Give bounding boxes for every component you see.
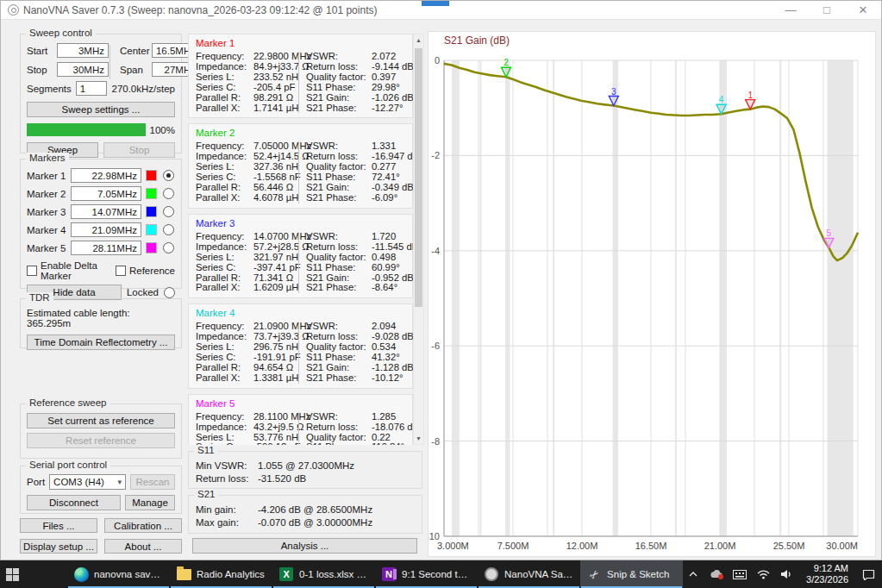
- marker-color-swatch[interactable]: [146, 242, 157, 253]
- tray-chevron-up-icon[interactable]: [683, 560, 704, 588]
- scroll-down-icon[interactable]: ▼: [414, 433, 423, 444]
- app-window: NanoVNA Saver 0.7.3 (Sweep: nanovna_2026…: [0, 0, 882, 560]
- reference-checkbox[interactable]: [116, 266, 126, 276]
- tdr-button[interactable]: Time Domain Reflectometry ...: [27, 335, 175, 350]
- marker-select-radio[interactable]: [163, 206, 174, 217]
- scroll-up-icon[interactable]: ▲: [414, 34, 423, 46]
- about-button[interactable]: About ...: [104, 539, 182, 554]
- marker-select-radio[interactable]: [163, 188, 174, 199]
- marker-field: Parallel R:98.291 Ω: [196, 93, 295, 103]
- files-button[interactable]: Files ...: [20, 518, 97, 533]
- disconnect-button[interactable]: Disconnect: [27, 495, 121, 510]
- marker-frequency-input[interactable]: 21.09MHz: [71, 222, 141, 237]
- marker-field: S21 Phase:-10.12°: [306, 373, 409, 384]
- svg-text:25.50M: 25.50M: [773, 541, 805, 551]
- taskbar-item-folder[interactable]: Radio Analytics: [170, 560, 272, 588]
- locked-radio[interactable]: [164, 287, 175, 298]
- manage-button[interactable]: Manage: [125, 495, 175, 510]
- scrollbar[interactable]: ▲ ▼: [413, 34, 424, 445]
- stop-button[interactable]: Stop: [103, 142, 175, 158]
- set-reference-button[interactable]: Set current as reference: [27, 413, 175, 428]
- scrollbar-thumb[interactable]: [415, 48, 422, 307]
- nanovna-app-icon: [485, 567, 498, 581]
- step-size-text: 270.0kHz/step: [111, 84, 175, 94]
- onedrive-cloud-icon[interactable]: [706, 560, 727, 588]
- marker-frequency-input[interactable]: 22.98MHz: [71, 168, 141, 183]
- marker-label: Marker 2: [27, 189, 66, 199]
- close-icon[interactable]: ✕: [845, 1, 881, 19]
- s21-chart-svg: 0-2-4-6-8-103.000M7.500M12.00M16.50M21.0…: [428, 32, 875, 556]
- marker-color-swatch[interactable]: [146, 188, 157, 199]
- marker-select-radio[interactable]: [163, 242, 174, 253]
- marker-select-radio[interactable]: [163, 170, 174, 181]
- marker-field: Quality factor:0.498: [306, 253, 409, 263]
- delta-marker-checkbox[interactable]: [27, 266, 37, 276]
- svg-text:2: 2: [504, 58, 509, 67]
- markers-title: Markers: [26, 153, 69, 163]
- marker-field: Parallel X:1.6209 µH: [196, 283, 295, 293]
- band-region: [720, 60, 727, 536]
- stop-label: Stop: [27, 65, 53, 75]
- svg-text:4: 4: [719, 95, 724, 104]
- clock-time: 9:12 AM: [806, 563, 848, 574]
- marker-frequency-input[interactable]: 14.07MHz: [71, 204, 141, 219]
- marker-field: S21 Phase:-12.27°: [306, 103, 409, 114]
- serial-port-group: Serial port control Port COM3 (H4) ▾ Res…: [20, 466, 182, 514]
- stop-input[interactable]: 30MHz: [57, 62, 109, 77]
- marker-row: Marker 421.09MHz: [27, 222, 175, 237]
- touch-keyboard-icon[interactable]: [729, 560, 750, 588]
- marker-color-swatch[interactable]: [146, 206, 157, 217]
- marker-color-swatch[interactable]: [146, 224, 157, 235]
- taskbar-item-edge[interactable]: nanovna saver can ...: [67, 560, 170, 588]
- marker-box-title: Marker 2: [189, 127, 412, 141]
- start-input[interactable]: 3MHz: [57, 43, 109, 58]
- taskbar-item-excel[interactable]: X0-1 loss.xlsx - Excel: [272, 560, 375, 588]
- marker-field: Series L:321.97 nH: [196, 253, 295, 263]
- taskbar-item-label: NanoVNA Saver 0.7...: [504, 569, 574, 579]
- taskbar-clock[interactable]: 9:12 AM 3/23/2026: [799, 563, 855, 585]
- control-panel: Sweep control Start 3MHz Center 16.5MHz …: [13, 20, 185, 561]
- wifi-icon[interactable]: [753, 560, 773, 588]
- marker-label: Marker 4: [27, 225, 66, 235]
- taskbar-item-snip[interactable]: ✂Snip & Sketch: [580, 560, 683, 588]
- marker-color-swatch[interactable]: [146, 170, 157, 181]
- display-setup-button[interactable]: Display setup ...: [20, 539, 97, 554]
- port-label: Port: [27, 477, 45, 487]
- marker-row: Marker 27.05MHz: [27, 186, 175, 201]
- svg-text:5: 5: [827, 228, 832, 238]
- port-select[interactable]: COM3 (H4) ▾: [49, 474, 126, 490]
- svg-text:-8: -8: [431, 436, 440, 447]
- tdr-group: TDR Estimated cable length: 365.295m Tim…: [20, 298, 182, 348]
- volume-icon[interactable]: [776, 560, 797, 588]
- taskbar-item-onenote[interactable]: N9:1 Second to None...: [375, 560, 478, 588]
- marker-field: VSWR:1.720: [306, 232, 409, 242]
- segments-input[interactable]: 1: [76, 81, 108, 96]
- calibration-button[interactable]: Calibration ...: [104, 518, 182, 533]
- marker-frequency-input[interactable]: 28.11MHz: [71, 241, 141, 255]
- band-region: [613, 60, 618, 536]
- folder-icon: [177, 569, 191, 580]
- marker-frequency-input[interactable]: 7.05MHz: [71, 186, 141, 201]
- s11-title: S11: [194, 445, 218, 455]
- rescan-button[interactable]: Rescan: [130, 474, 175, 490]
- marker-data-box: Marker 3Frequency:14.0700 MHzImpedance:5…: [188, 214, 413, 298]
- maximize-icon[interactable]: □: [809, 1, 845, 19]
- sweep-control-group: Sweep control Start 3MHz Center 16.5MHz …: [20, 34, 182, 153]
- taskbar-item-label: Radio Analytics: [197, 569, 266, 579]
- reset-reference-button[interactable]: Reset reference: [27, 433, 175, 448]
- s21-title: S21: [194, 489, 218, 499]
- analysis-button[interactable]: Analysis ...: [192, 538, 417, 554]
- s21-summary-group: S21 Min gain:-4.206 dB @ 28.6500MHzMax g…: [188, 495, 422, 534]
- action-center-icon[interactable]: [858, 560, 879, 588]
- marker-field: VSWR:1.285: [306, 412, 409, 422]
- svg-text:S21 Gain (dB): S21 Gain (dB): [444, 34, 510, 47]
- marker-rows: Marker 122.98MHzMarker 27.05MHzMarker 31…: [27, 168, 175, 255]
- sweep-settings-button[interactable]: Sweep settings ...: [27, 102, 175, 117]
- marker-label: Marker 5: [27, 243, 66, 253]
- snip-sketch-icon: ✂: [586, 566, 602, 582]
- start-button[interactable]: [0, 560, 25, 588]
- s21-gain-chart[interactable]: 0-2-4-6-8-103.000M7.500M12.00M16.50M21.0…: [428, 31, 876, 557]
- taskbar-item-nanovna[interactable]: NanoVNA Saver 0.7...: [478, 560, 580, 588]
- marker-select-radio[interactable]: [163, 224, 174, 235]
- minimize-icon[interactable]: —: [773, 1, 809, 19]
